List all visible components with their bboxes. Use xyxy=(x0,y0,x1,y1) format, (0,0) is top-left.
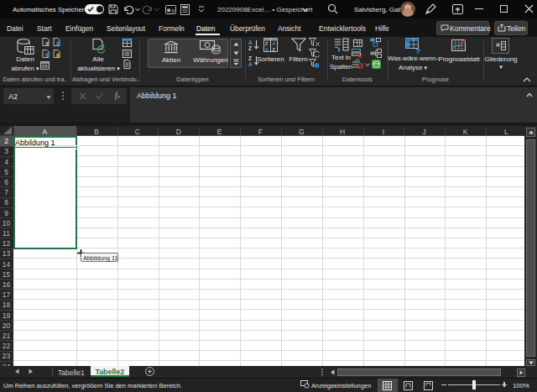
svg-text:Z: Z xyxy=(273,47,276,52)
svg-text:A: A xyxy=(248,39,253,45)
svg-text:Z: Z xyxy=(265,41,268,46)
svg-text:Z: Z xyxy=(248,45,252,50)
svg-text:A: A xyxy=(273,41,276,46)
svg-text:A: A xyxy=(265,47,268,52)
svg-text:?: ? xyxy=(415,46,420,55)
